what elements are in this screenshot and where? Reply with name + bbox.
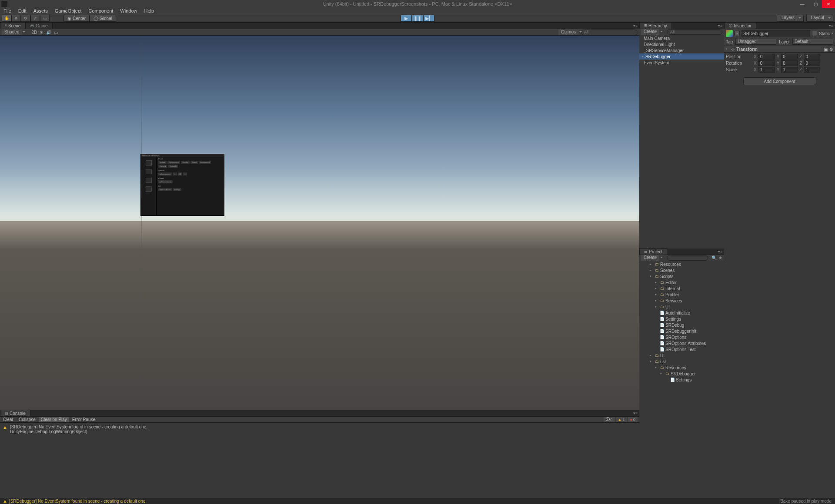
project-item[interactable]: ▸🗀Resources — [639, 261, 724, 267]
static-dropdown-icon[interactable]: ▾ — [832, 32, 833, 35]
rotation-x-input[interactable] — [758, 60, 775, 66]
error-count-badge[interactable]: ●0 — [628, 417, 638, 422]
hierarchy-item[interactable]: Directional Light — [639, 41, 724, 47]
foldout-icon[interactable]: ▸ — [650, 354, 653, 357]
scene-search-input[interactable]: All — [581, 30, 638, 35]
position-z-input[interactable] — [804, 54, 820, 60]
project-item[interactable]: ▸🗀Profiler — [639, 292, 724, 298]
menu-component[interactable]: Component — [87, 8, 115, 13]
scale-y-input[interactable] — [781, 67, 798, 73]
scale-tool[interactable]: ⤢ — [30, 15, 40, 22]
project-item[interactable]: ▾🗀usr — [639, 358, 724, 365]
foldout-icon[interactable]: ▾ — [650, 360, 653, 363]
transform-foldout-icon[interactable]: ▾ — [726, 47, 729, 51]
pause-button[interactable]: ❚❚ — [412, 15, 423, 22]
scale-z-input[interactable] — [804, 67, 820, 73]
srdebugger-tab-2[interactable] — [146, 169, 152, 174]
play-button[interactable]: ▶ — [401, 15, 412, 22]
project-item[interactable]: 📄Settings — [639, 316, 724, 322]
audio-toggle-icon[interactable]: 🔊 — [46, 30, 51, 35]
hierarchy-item[interactable]: ▸SRDebugger — [639, 53, 724, 60]
hierarchy-item[interactable]: _SRServiceManager — [639, 47, 724, 53]
menu-assets[interactable]: Assets — [32, 8, 50, 13]
tab-project[interactable]: 🗀Project — [639, 248, 667, 255]
project-item[interactable]: 📄SROptions.Attributes — [639, 340, 724, 346]
gameobject-name-input[interactable] — [741, 30, 810, 36]
project-create-button[interactable]: Create — [641, 255, 659, 261]
foldout-icon[interactable]: ▸ — [650, 262, 653, 266]
step-button[interactable]: ▶▎ — [423, 15, 434, 22]
pivot-global-button[interactable]: ◯Global — [90, 15, 116, 22]
tab-inspector[interactable]: ⓘInspector — [724, 22, 756, 29]
foldout-icon[interactable]: ▸ — [655, 293, 658, 296]
project-item[interactable]: ▸🗀Editor — [639, 279, 724, 285]
rotation-z-input[interactable] — [804, 60, 820, 66]
foldout-icon[interactable]: ▾ — [655, 366, 658, 369]
rect-tool[interactable]: ▭ — [40, 15, 50, 22]
hierarchy-body[interactable]: Main CameraDirectional Light_SRServiceMa… — [639, 35, 724, 249]
console-collapse-button[interactable]: Collapse — [17, 417, 38, 422]
console-clear-button[interactable]: Clear — [1, 417, 16, 422]
console-message[interactable]: ▲ [SRDebugger] No EventSystem found in s… — [1, 424, 638, 435]
hierarchy-item[interactable]: EventSystem — [639, 60, 724, 66]
project-item[interactable]: ▸🗀UI — [639, 304, 724, 310]
project-item[interactable]: ▸🗀Services — [639, 298, 724, 304]
maximize-button[interactable]: ▢ — [809, 0, 822, 8]
fx-toggle-icon[interactable]: ▭ — [54, 30, 58, 35]
hierarchy-search-input[interactable]: All — [667, 29, 722, 35]
tab-console[interactable]: ▤Console — [0, 410, 30, 416]
project-item[interactable]: ▾🗀Resources — [639, 365, 724, 371]
project-body[interactable]: ▸🗀Resources▸🗀Scenes▾🗀Scripts▸🗀Editor▸🗀In… — [639, 261, 724, 498]
scene-panel-menu-icon[interactable]: ▾≡ — [633, 23, 638, 28]
inspector-panel-menu-icon[interactable]: ▾≡ — [829, 23, 833, 28]
position-y-input[interactable] — [781, 54, 798, 60]
layers-dropdown[interactable]: Layers — [777, 15, 804, 22]
project-item[interactable]: ▾🗀SRDebugger — [639, 371, 724, 377]
project-item[interactable]: 📄SROptions.Test — [639, 346, 724, 352]
pivot-center-button[interactable]: ◉Center — [63, 15, 90, 22]
info-count-badge[interactable]: ⓘ0 — [604, 417, 615, 422]
rotation-y-input[interactable] — [781, 60, 798, 66]
foldout-icon[interactable]: ▾ — [660, 372, 664, 375]
foldout-icon[interactable]: ▸ — [655, 281, 658, 284]
project-item[interactable]: ▾🗀Scripts — [639, 273, 724, 279]
close-button[interactable]: ✕ — [822, 0, 835, 8]
add-component-button[interactable]: Add Component — [743, 77, 816, 85]
project-item[interactable]: 📄AutoInitialize — [639, 310, 724, 316]
project-filter-icon[interactable]: 🔍 — [711, 255, 717, 260]
foldout-icon[interactable]: ▸ — [655, 287, 658, 290]
gizmos-dropdown[interactable]: Gizmos — [558, 30, 578, 35]
srdebugger-tab-3[interactable] — [146, 178, 152, 183]
hand-tool[interactable]: ✋ — [2, 15, 11, 22]
foldout-icon[interactable]: ▸ — [655, 299, 658, 302]
gameobject-icon[interactable] — [726, 30, 733, 37]
menu-gameobject[interactable]: GameObject — [53, 8, 84, 13]
console-body[interactable]: ▲ [SRDebugger] No EventSystem found in s… — [0, 423, 639, 498]
project-item[interactable]: 📄SROptions — [639, 334, 724, 340]
hierarchy-item[interactable]: Main Camera — [639, 35, 724, 41]
layer-dropdown[interactable]: Default — [792, 39, 833, 45]
lighting-toggle-icon[interactable]: ☀ — [40, 30, 43, 35]
tab-hierarchy[interactable]: ☰Hierarchy — [639, 22, 672, 29]
srdebugger-tab-1[interactable] — [146, 160, 152, 166]
position-x-input[interactable] — [758, 54, 775, 60]
project-item[interactable]: 📄Settings — [639, 377, 724, 383]
foldout-icon[interactable]: ▸ — [650, 269, 653, 272]
menu-file[interactable]: File — [2, 8, 13, 13]
tab-scene[interactable]: ⌗Scene — [0, 22, 25, 29]
hierarchy-panel-menu-icon[interactable]: ▾≡ — [718, 23, 722, 28]
srdebugger-tab-4[interactable] — [146, 186, 152, 192]
component-menu-icon[interactable]: ⚙ — [829, 47, 833, 52]
console-clear-on-play-button[interactable]: Clear on Play — [39, 417, 69, 422]
srdebugger-overlay[interactable]: SRDEBUG OPTIONS PanelVerifiedPerformance… — [140, 154, 224, 216]
project-panel-menu-icon[interactable]: ▾≡ — [718, 249, 722, 254]
tag-dropdown[interactable]: Untagged — [735, 39, 776, 45]
project-item[interactable]: 📄SRDebuggerInit — [639, 328, 724, 334]
project-item[interactable]: ▸🗀UI — [639, 352, 724, 358]
project-search-input[interactable] — [667, 255, 708, 261]
hierarchy-create-button[interactable]: Create — [641, 29, 659, 35]
move-tool[interactable]: ✥ — [11, 15, 21, 22]
menu-window[interactable]: Window — [118, 8, 139, 13]
layout-dropdown[interactable]: Layout — [806, 15, 833, 22]
foldout-icon[interactable]: ▾ — [650, 275, 653, 278]
